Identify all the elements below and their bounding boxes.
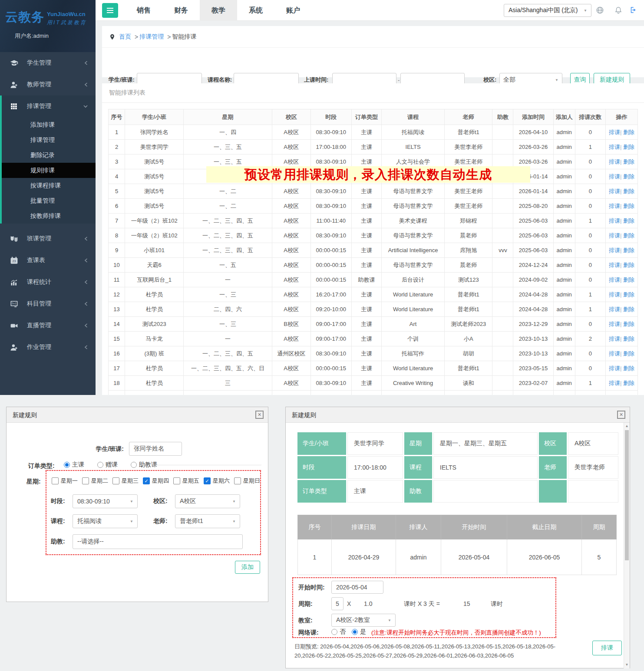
delete-link[interactable]: 删除: [623, 203, 634, 209]
schedule-link[interactable]: 排课: [609, 380, 620, 386]
delete-link[interactable]: 删除: [623, 188, 634, 194]
schedule-link[interactable]: 排课: [609, 395, 620, 395]
scrollbar[interactable]: ▲ ▼: [624, 423, 630, 668]
start-time-input[interactable]: 2026-05-04: [331, 581, 383, 594]
logo-area: 云教务 YunJiaoWu.cn 用IT武装教育 用户名:admin: [0, 0, 96, 52]
campus-select[interactable]: A校区: [175, 494, 240, 508]
sidebar-subitem-by-course[interactable]: 按课程排课: [0, 178, 96, 193]
week-checkbox[interactable]: 星期一: [52, 477, 78, 485]
delete-link[interactable]: 删除: [623, 350, 634, 357]
teacher-select[interactable]: 普老师t1: [175, 514, 240, 528]
sidebar-item-timetable[interactable]: 23 查课表: [0, 250, 96, 271]
period-select[interactable]: 08:30-09:10: [73, 494, 138, 508]
tab-teaching[interactable]: 教学: [200, 0, 237, 21]
delete-link[interactable]: 删除: [623, 129, 634, 135]
schedule-link[interactable]: 排课: [609, 217, 620, 224]
delete-link[interactable]: 删除: [623, 380, 634, 386]
sidebar-item-homework[interactable]: 作业管理: [0, 336, 96, 358]
sidebar-item-live[interactable]: 直播管理: [0, 315, 96, 336]
bell-icon[interactable]: [614, 6, 622, 14]
row-actions: 排课| 删除: [605, 273, 637, 287]
cycle-input[interactable]: 5: [331, 597, 343, 610]
schedule-link[interactable]: 排课: [609, 306, 620, 312]
breadcrumb-home[interactable]: 首页: [119, 33, 131, 41]
delete-link[interactable]: 删除: [623, 291, 634, 298]
assistant-select[interactable]: --请选择--: [73, 534, 243, 549]
sidebar-subitem-delete-records[interactable]: 删除记录: [0, 148, 96, 163]
sidebar-subitem-by-teacher[interactable]: 按教师排课: [0, 208, 96, 224]
sidebar-item-teachers[interactable]: 教师管理: [0, 74, 96, 95]
sidebar-item-subjects[interactable]: 5+2 科目管理: [0, 293, 96, 315]
sidebar-subitem-batch-mgmt[interactable]: 批量管理: [0, 193, 96, 208]
week-checkbox[interactable]: 星期二: [82, 477, 108, 485]
sidebar-item-students[interactable]: 学生管理: [0, 52, 96, 74]
add-button[interactable]: 添加: [235, 561, 260, 574]
schedule-link[interactable]: 排课: [609, 336, 620, 342]
delete-link[interactable]: 删除: [623, 262, 634, 268]
logout-icon[interactable]: [629, 6, 637, 14]
week-checkbox[interactable]: 星期三: [112, 477, 139, 485]
delete-link[interactable]: 删除: [623, 144, 634, 150]
delete-link[interactable]: 删除: [623, 276, 634, 283]
delete-link[interactable]: 删除: [623, 173, 634, 180]
week-checkbox[interactable]: 星期日: [234, 477, 260, 485]
schedule-link[interactable]: 排课: [609, 232, 620, 239]
tab-system[interactable]: 系统: [237, 0, 274, 21]
schedule-link[interactable]: 排课: [609, 144, 620, 150]
schedule-link[interactable]: 排课: [609, 321, 620, 327]
delete-link[interactable]: 删除: [623, 336, 634, 342]
radio-main-course[interactable]: 主课: [64, 461, 84, 469]
timezone-select[interactable]: Asia/Shanghai中国 (北京): [504, 4, 591, 17]
tab-finance[interactable]: 财务: [162, 0, 200, 21]
student-class-input[interactable]: 张同学姓名: [129, 442, 182, 456]
close-icon[interactable]: ×: [617, 411, 625, 419]
table-cell: 15: [109, 332, 125, 346]
delete-link[interactable]: 删除: [623, 395, 634, 395]
delete-link[interactable]: 删除: [623, 217, 634, 224]
schedule-link[interactable]: 排课: [609, 203, 620, 209]
radio-online-yes[interactable]: 是: [352, 628, 366, 636]
sidebar-subitem-rule-schedule[interactable]: 规则排课: [0, 163, 96, 178]
close-icon[interactable]: ×: [255, 411, 264, 419]
schedule-button[interactable]: 排课: [592, 641, 622, 655]
sidebar-subitem-schedule-mgmt[interactable]: 排课管理: [0, 132, 96, 148]
schedule-link[interactable]: 排课: [609, 365, 620, 372]
sidebar-item-label: 教师管理: [27, 81, 51, 89]
scroll-up-icon[interactable]: ▲: [624, 423, 630, 430]
scroll-down-icon[interactable]: ▼: [624, 661, 630, 668]
week-checkbox[interactable]: 星期五: [173, 477, 199, 485]
breadcrumb-level1[interactable]: 排课管理: [139, 33, 164, 41]
radio-online-no[interactable]: 否: [331, 628, 346, 636]
week-checkbox[interactable]: ✓星期四: [143, 477, 169, 485]
course-select[interactable]: 托福阅读: [73, 514, 138, 528]
sidebar-subitem-add-schedule[interactable]: 添加排课: [0, 117, 96, 132]
delete-link[interactable]: 删除: [623, 158, 634, 165]
week-checkbox[interactable]: ✓星期六: [204, 477, 230, 485]
hamburger-menu-button[interactable]: [102, 3, 118, 18]
sidebar-item-scheduling[interactable]: 排课管理: [0, 95, 96, 117]
schedule-link[interactable]: 排课: [609, 188, 620, 194]
schedule-link[interactable]: 排课: [609, 276, 620, 283]
checkbox-icon: [52, 477, 59, 484]
sidebar-item-course-stats[interactable]: 课程统计: [0, 271, 96, 293]
schedule-link[interactable]: 排课: [609, 158, 620, 165]
delete-link[interactable]: 删除: [623, 321, 634, 327]
schedule-link[interactable]: 排课: [609, 350, 620, 357]
schedule-link[interactable]: 排课: [609, 291, 620, 298]
schedule-link[interactable]: 排课: [609, 247, 620, 253]
schedule-link[interactable]: 排课: [609, 129, 620, 135]
tab-account[interactable]: 账户: [274, 0, 312, 21]
sidebar-item-classes[interactable]: 班课管理: [0, 228, 96, 250]
classroom-select[interactable]: A校区-2教室: [331, 614, 396, 627]
delete-link[interactable]: 删除: [623, 247, 634, 253]
tab-sales[interactable]: 销售: [125, 0, 162, 21]
delete-link[interactable]: 删除: [623, 365, 634, 372]
radio-gift-course[interactable]: 赠课: [97, 461, 118, 469]
globe-icon[interactable]: [596, 6, 604, 14]
schedule-link[interactable]: 排课: [609, 262, 620, 268]
delete-link[interactable]: 删除: [623, 306, 634, 312]
delete-link[interactable]: 删除: [623, 232, 634, 239]
schedule-link[interactable]: 排课: [609, 173, 620, 180]
info-value: IELTS: [433, 456, 538, 479]
scrollbar-thumb[interactable]: [625, 430, 629, 560]
